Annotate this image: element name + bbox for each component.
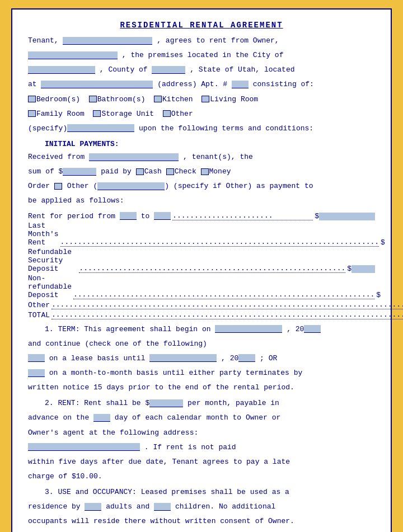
last-month-row: Last Month's Rent ......................…: [28, 222, 375, 247]
rent-section: 2. RENT: Rent shall be $ per month, paya…: [28, 398, 375, 482]
city-field[interactable]: [28, 66, 95, 74]
initial-payments-heading: INITIAL PAYMENTS:: [45, 140, 375, 148]
nonrefundable-row: Non-refundable Deposit .................…: [28, 274, 375, 299]
received-line1: Received from , tenant(s), the: [28, 152, 375, 163]
nonrefundable-label: Non-refundable Deposit: [28, 274, 72, 299]
term-section: 1. TERM: This agreement shall begin on ,…: [28, 324, 375, 394]
other-specify-field[interactable]: [67, 124, 134, 132]
document-page: RESIDENTIAL RENTAL AGREEMENT Tenant, , a…: [11, 8, 392, 532]
children-field[interactable]: [154, 503, 171, 511]
rooms-line2: Family Room Storage Unit Other: [28, 109, 375, 120]
use-section: 3. USE and OCCUPANCY: Leased premises sh…: [28, 487, 375, 532]
from-date-field[interactable]: [120, 212, 137, 220]
rooms-line1: Bedroom(s) Bathroom(s) Kitchen Living Ro…: [28, 94, 375, 105]
check-checkbox[interactable]: [166, 168, 174, 175]
bathroom-checkbox[interactable]: [89, 96, 97, 102]
security-field[interactable]: [352, 265, 375, 273]
intro-paragraph: Tenant, , agrees to rent from Owner,: [28, 35, 375, 46]
lease-checkbox-field[interactable]: [28, 354, 45, 362]
rent-amount-field[interactable]: [319, 213, 375, 220]
rent-day-field[interactable]: [93, 414, 110, 422]
tenant-name-field[interactable]: [63, 37, 152, 45]
owner-name-field[interactable]: [28, 51, 118, 59]
begin-year-field[interactable]: [304, 325, 321, 333]
received-from-field[interactable]: [89, 153, 179, 161]
cash-checkbox[interactable]: [136, 168, 144, 175]
rent-period-row: Rent for period from to ................…: [28, 211, 375, 220]
owner-address-field[interactable]: [28, 443, 140, 451]
other-row: Other ..................................…: [28, 300, 375, 309]
money-checkbox[interactable]: [201, 168, 209, 175]
security-row: Refundable Security Deposit ............…: [28, 248, 375, 273]
begin-date-field[interactable]: [215, 325, 282, 333]
intro-line2: , the premises located in the City of: [28, 50, 375, 61]
applied-line: be applied as follows:: [28, 195, 375, 206]
other-room-checkbox[interactable]: [163, 110, 171, 117]
storage-checkbox[interactable]: [93, 110, 101, 117]
other-pay-field[interactable]: [97, 182, 165, 190]
other-label: Other: [28, 301, 50, 309]
received-line2: sum of $ paid by Cash Check Money: [28, 166, 375, 177]
received-line3: Order Other () (specify if Other) as pay…: [28, 181, 375, 192]
sum-field[interactable]: [63, 168, 96, 176]
rent-period-label: Rent for period from to: [28, 212, 171, 220]
last-month-label: Last Month's Rent: [28, 222, 59, 247]
address-field[interactable]: [41, 81, 153, 88]
month-checkbox-field[interactable]: [28, 369, 45, 377]
intro-line3: , County of , State of Utah, located: [28, 64, 375, 76]
other-pay-checkbox[interactable]: [54, 183, 62, 190]
bedroom-checkbox[interactable]: [28, 96, 36, 102]
document-title: RESIDENTIAL RENTAL AGREEMENT: [28, 21, 375, 30]
rent-amount-input[interactable]: [149, 399, 183, 407]
apt-field[interactable]: [232, 81, 249, 88]
familyroom-checkbox[interactable]: [28, 110, 36, 117]
security-label: Refundable Security Deposit: [28, 248, 77, 273]
total-label: TOTAL: [28, 311, 50, 319]
intro-line4: at (address) Apt. # consisting of:: [28, 79, 375, 90]
livingroom-checkbox[interactable]: [202, 96, 209, 102]
payment-rows: Rent for period from to ................…: [28, 211, 375, 319]
tenant-label: Tenant,: [28, 36, 59, 45]
lease-end-year[interactable]: [238, 354, 255, 362]
total-row: TOTAL ..................................…: [28, 310, 375, 319]
adults-field[interactable]: [85, 503, 101, 511]
county-field[interactable]: [152, 66, 185, 74]
kitchen-checkbox[interactable]: [154, 96, 162, 102]
lease-end-field[interactable]: [149, 354, 217, 362]
rooms-specify: (specify) upon the following terms and c…: [28, 123, 375, 134]
to-date-field[interactable]: [154, 212, 171, 220]
